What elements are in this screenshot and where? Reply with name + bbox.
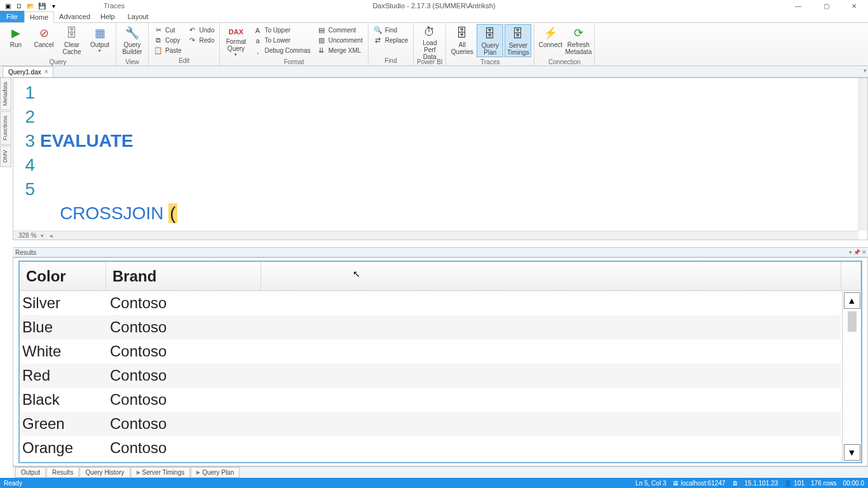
new-icon[interactable]: 🗋: [14, 1, 24, 11]
table-row[interactable]: RedContoso: [20, 363, 841, 388]
editor-vertical-scrollbar[interactable]: [858, 78, 867, 231]
output-button[interactable]: ▦Output▾: [86, 24, 113, 57]
document-tabs-dropdown[interactable]: ▾: [864, 67, 867, 74]
results-vertical-scrollbar[interactable]: ▲ ▼: [842, 291, 861, 462]
status-spid: 👤101: [784, 480, 804, 487]
merge-icon: ⇊: [317, 46, 326, 55]
clear-cache-button[interactable]: 🗄Clear Cache: [58, 24, 85, 57]
merge-xml-button[interactable]: ⇊Merge XML: [315, 46, 365, 55]
ribbon-group-view: 🔧Query Builder View: [116, 23, 149, 65]
document-tab[interactable]: Query1.dax ✕: [3, 66, 53, 77]
server-timings-button[interactable]: 🗄Server Timings: [505, 24, 531, 57]
to-lower-button[interactable]: aTo Lower: [250, 36, 313, 45]
scroll-down-button[interactable]: ▼: [844, 444, 860, 461]
results-panel: Color Brand SilverContoso BlueContoso Wh…: [13, 257, 868, 466]
uncomment-button[interactable]: ▥Uncomment: [315, 36, 365, 45]
table-row[interactable]: OrangeContoso: [20, 436, 841, 460]
tab-layout[interactable]: Layout: [123, 11, 154, 22]
maximize-button[interactable]: ▢: [812, 0, 840, 11]
panel-dropdown-icon[interactable]: ▾: [849, 249, 852, 255]
play-icon: ▶: [196, 470, 200, 475]
minimize-button[interactable]: —: [784, 0, 812, 11]
server-timings-label: Server Timings: [507, 42, 529, 56]
qat-dropdown-icon[interactable]: ▾: [48, 1, 58, 11]
results-grid[interactable]: Color Brand SilverContoso BlueContoso Wh…: [18, 261, 862, 463]
table-row[interactable]: WhiteContoso: [20, 339, 841, 363]
column-header-color[interactable]: Color: [20, 262, 106, 290]
query-builder-button[interactable]: 🔧Query Builder: [119, 24, 146, 57]
run-button[interactable]: ▶Run: [3, 24, 29, 57]
zoom-dropdown-icon[interactable]: ▾: [39, 233, 45, 239]
editor[interactable]: 1 2 3 4 5 EVALUATE CROSSJOIN ( VALUES ( …: [13, 78, 868, 240]
table-row[interactable]: BlackContoso: [20, 388, 841, 412]
cancel-icon: ⊘: [36, 25, 51, 41]
tab-home[interactable]: Home: [24, 11, 54, 23]
table-row[interactable]: BlueContoso: [20, 315, 841, 339]
tab-file[interactable]: File: [0, 11, 24, 22]
play-icon: ▶: [8, 25, 24, 41]
format-query-button[interactable]: DAXFormat Query▾: [222, 24, 249, 57]
to-upper-button[interactable]: ATo Upper: [250, 25, 313, 35]
window-title: DaxStudio - 2.17.3 (SUMMER\Antriksh): [372, 2, 495, 10]
replace-button[interactable]: ⇄Replace: [371, 36, 411, 45]
table-row[interactable]: GreenContoso: [20, 412, 841, 436]
comment-button[interactable]: ▤Comment: [315, 25, 365, 35]
paste-button[interactable]: 📋Paste: [151, 46, 184, 55]
refresh-metadata-button[interactable]: ⟳Refresh Metadata: [565, 24, 592, 57]
load-perf-label: Load Perf Data: [416, 39, 443, 60]
scroll-up-button[interactable]: ▲: [844, 292, 860, 309]
column-header-brand[interactable]: Brand: [106, 262, 261, 290]
cut-button[interactable]: ✂Cut: [151, 25, 184, 35]
bottom-tabs: Output Results Query History ▶Server Tim…: [13, 466, 868, 478]
open-paren-highlight: (: [168, 203, 177, 223]
window-controls: — ▢ ✕: [784, 0, 868, 11]
undo-button[interactable]: ↶Undo: [186, 25, 217, 35]
connect-button[interactable]: ⚡Connect: [537, 24, 564, 57]
status-host: 🖥localhost:61247: [672, 480, 725, 487]
results-rows: SilverContoso BlueContoso WhiteContoso R…: [20, 291, 841, 462]
bottom-tab-server-timings[interactable]: ▶Server Timings: [131, 467, 191, 478]
tab-advanced[interactable]: Advanced: [54, 11, 95, 22]
dax-icon: DAX: [228, 25, 243, 37]
bottom-tab-output[interactable]: Output: [15, 467, 46, 478]
redo-button[interactable]: ↷Redo: [186, 36, 217, 45]
copy-button[interactable]: ⧉Copy: [151, 36, 184, 45]
query-plan-button[interactable]: 🗄Query Plan: [477, 24, 503, 57]
bottom-tab-query-history[interactable]: Query History: [79, 467, 130, 478]
format-query-label: Format Query: [226, 38, 247, 52]
ribbon-group-query: ▶Run ⊘Cancel 🗄Clear Cache ▦Output▾ Query: [0, 23, 116, 65]
side-tab-dmv[interactable]: DMV: [0, 146, 11, 167]
find-button[interactable]: 🔍Find: [371, 25, 411, 35]
all-queries-button[interactable]: 🗄All Queries: [449, 24, 475, 57]
table-row[interactable]: SilverContoso: [20, 291, 841, 315]
wrench-icon: 🔧: [125, 25, 140, 41]
close-icon[interactable]: ✕: [44, 69, 49, 75]
cancel-button[interactable]: ⊘Cancel: [31, 24, 57, 57]
zoom-level[interactable]: 328 %: [18, 232, 36, 239]
bottom-tab-results[interactable]: Results: [46, 467, 79, 478]
tab-help[interactable]: Help: [95, 11, 120, 22]
panel-close-icon[interactable]: ✕: [862, 249, 867, 255]
run-label: Run: [10, 41, 22, 48]
bottom-tab-query-plan[interactable]: ▶Query Plan: [191, 467, 240, 478]
group-label-find: Find: [369, 57, 414, 65]
comma-icon: ,: [253, 46, 262, 55]
side-tab-metadata[interactable]: Metadata: [0, 78, 11, 111]
save-icon[interactable]: 💾: [37, 1, 47, 11]
scrollbar-thumb[interactable]: [848, 311, 857, 332]
code-area[interactable]: EVALUATE CROSSJOIN ( VALUES ( Products[C…: [40, 78, 858, 231]
side-tab-functions[interactable]: Functions: [0, 111, 11, 145]
database-icon: 🗄: [64, 25, 79, 41]
scroll-left-icon[interactable]: ◂: [48, 233, 54, 239]
ribbon: ▶Run ⊘Cancel 🗄Clear Cache ▦Output▾ Query…: [0, 23, 868, 66]
ribbon-group-powerbi: ⏱Load Perf Data Power BI: [414, 23, 446, 65]
panel-pin-icon[interactable]: 📌: [853, 249, 860, 255]
editor-horizontal-scrollbar[interactable]: 328 % ▾ ◂: [13, 231, 858, 240]
load-perf-button[interactable]: ⏱Load Perf Data: [416, 24, 443, 57]
contextual-group-traces: Traces: [98, 0, 130, 11]
open-icon[interactable]: 📂: [25, 1, 36, 11]
debug-commas-button[interactable]: ,Debug Commas: [250, 46, 313, 55]
close-button[interactable]: ✕: [840, 0, 868, 11]
undo-icon: ↶: [188, 26, 197, 35]
play-icon: ▶: [137, 470, 140, 475]
